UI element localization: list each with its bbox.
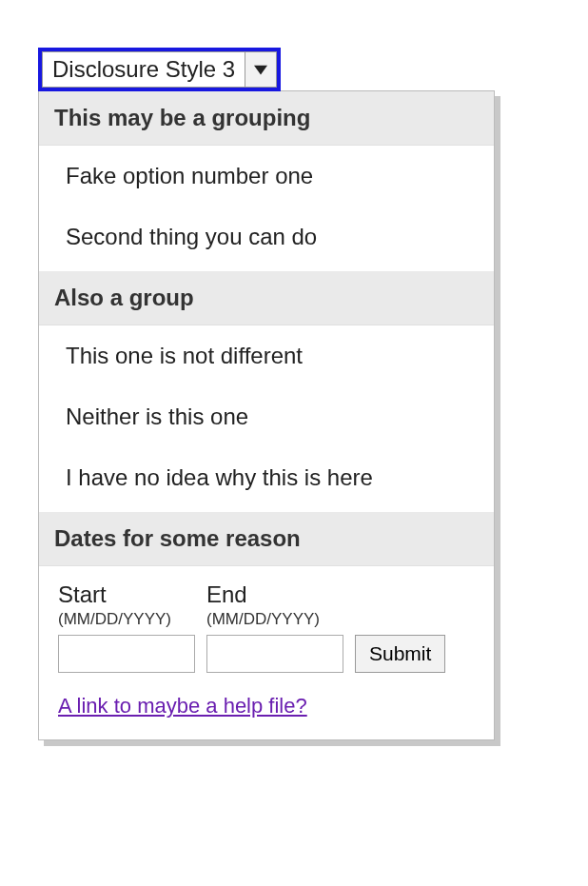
date-form: Start (MM/DD/YYYY) End (MM/DD/YYYY) Subm… xyxy=(39,566,494,739)
menu-option[interactable]: Fake option number one xyxy=(39,146,494,207)
disclosure-trigger[interactable]: Disclosure Style 3 xyxy=(38,48,281,91)
chevron-down-icon xyxy=(245,51,277,88)
help-link[interactable]: A link to maybe a help file? xyxy=(58,694,307,719)
start-date-input[interactable] xyxy=(58,635,195,673)
svg-marker-0 xyxy=(254,66,267,75)
end-date-input[interactable] xyxy=(206,635,343,673)
menu-option[interactable]: This one is not different xyxy=(39,325,494,386)
start-date-field: Start (MM/DD/YYYY) xyxy=(58,581,195,673)
menu-option[interactable]: I have no idea why this is here xyxy=(39,447,494,508)
group-header: This may be a grouping xyxy=(39,91,494,146)
disclosure-panel: This may be a grouping Fake option numbe… xyxy=(38,90,495,740)
menu-option[interactable]: Neither is this one xyxy=(39,386,494,447)
group-header-dates: Dates for some reason xyxy=(39,512,494,566)
submit-button[interactable]: Submit xyxy=(355,635,445,673)
disclosure-widget: Disclosure Style 3 This may be a groupin… xyxy=(38,48,495,740)
disclosure-trigger-label: Disclosure Style 3 xyxy=(42,51,245,88)
menu-option[interactable]: Second thing you can do xyxy=(39,207,494,267)
start-date-format: (MM/DD/YYYY) xyxy=(58,610,195,629)
end-date-label: End xyxy=(206,581,343,608)
group-header: Also a group xyxy=(39,271,494,325)
start-date-label: Start xyxy=(58,581,195,608)
end-date-field: End (MM/DD/YYYY) xyxy=(206,581,343,673)
end-date-format: (MM/DD/YYYY) xyxy=(206,610,343,629)
